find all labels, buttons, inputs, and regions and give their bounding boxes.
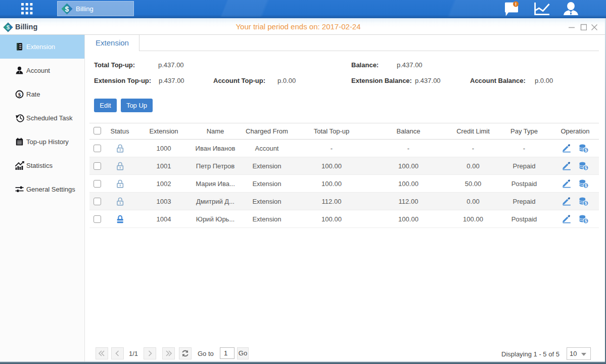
- svg-text:$: $: [585, 183, 587, 188]
- svg-text:!: !: [515, 1, 517, 7]
- svg-text:$: $: [585, 148, 587, 153]
- svg-text:$: $: [18, 92, 21, 98]
- svg-text:$: $: [585, 201, 587, 206]
- svg-text:$: $: [65, 5, 69, 13]
- svg-text:$: $: [585, 165, 587, 170]
- svg-text:$: $: [585, 218, 587, 223]
